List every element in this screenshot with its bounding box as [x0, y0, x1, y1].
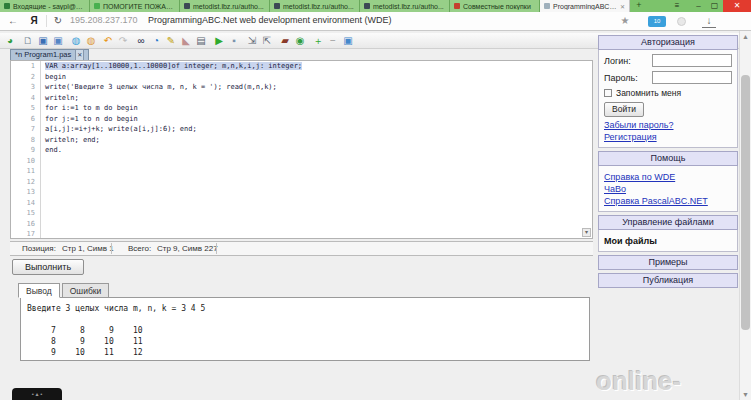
examples-section-header[interactable]: Примеры: [598, 255, 738, 270]
line-number: 10: [11, 156, 41, 167]
code-line-3[interactable]: 3write('Введите 3 целых числа m, n, k = …: [11, 82, 592, 93]
help-link-0[interactable]: Справка по WDE: [604, 172, 732, 182]
address-title[interactable]: ProgrammingABC.Net web development envir…: [148, 15, 392, 25]
font-decrease-icon[interactable]: ⇲: [245, 34, 259, 48]
location-dot-icon[interactable]: [677, 17, 686, 26]
code-line-7[interactable]: 7a[i,j]:=i+j+k; write(a[i,j]:6); end;: [11, 124, 592, 135]
new-file-icon[interactable]: 🗋: [21, 34, 35, 48]
editor-file-tab[interactable]: *n Program1.pas ✕: [10, 49, 89, 60]
remember-checkbox[interactable]: [604, 89, 612, 97]
run-icon[interactable]: ▶: [212, 34, 226, 48]
browser-tab-5[interactable]: Совместные покупки: [450, 0, 540, 12]
browser-tab-2[interactable]: metodist.lbz.ru/autho...: [180, 0, 270, 12]
help-section-header[interactable]: Помощь: [598, 151, 738, 166]
line-text: [41, 166, 45, 177]
replace-icon[interactable]: ◔: [149, 34, 163, 48]
register-link[interactable]: Регистрация: [604, 132, 732, 142]
code-line-4[interactable]: 4writeln;: [11, 93, 592, 104]
pascal-logo-icon[interactable]: ◕: [3, 34, 17, 48]
back-button[interactable]: ←: [4, 12, 22, 30]
maximize-button[interactable]: ▢: [707, 0, 722, 12]
tab-output[interactable]: Вывод: [18, 283, 60, 298]
code-line-17[interactable]: 17: [11, 229, 592, 239]
sidebar-item-my-files[interactable]: Мои файлы: [604, 234, 732, 248]
code-line-10[interactable]: 10: [11, 156, 592, 167]
save-icon[interactable]: ▣: [36, 34, 50, 48]
upload-cloud-icon[interactable]: ◍: [84, 34, 98, 48]
page-scrollbar[interactable]: ▲ ▼: [739, 31, 751, 400]
code-line-6[interactable]: 6for j:=1 to n do begin: [11, 114, 592, 125]
tab-label: ПОМОГИТЕ ПОЖАЛ...: [103, 3, 175, 10]
publish-section-header[interactable]: Публикация: [598, 273, 738, 288]
reload-icon[interactable]: ↻: [50, 12, 66, 30]
share-icon[interactable]: ▰: [278, 34, 292, 48]
code-line-12[interactable]: 12: [11, 177, 592, 188]
site-icon: [184, 3, 190, 9]
code-line-9[interactable]: 9end.: [11, 145, 592, 156]
format-icon[interactable]: ✎: [164, 34, 178, 48]
undo-icon[interactable]: ↶: [101, 34, 115, 48]
code-line-13[interactable]: 13: [11, 187, 592, 198]
login-button[interactable]: Войти: [604, 102, 644, 117]
stop-icon[interactable]: ▪: [227, 34, 241, 48]
divider: [216, 243, 217, 254]
search-icon[interactable]: ∞: [134, 34, 148, 48]
browser-tab-1[interactable]: ПОМОГИТЕ ПОЖАЛ...: [90, 0, 180, 12]
line-number: 8: [11, 135, 41, 146]
browser-menu-button[interactable]: ≡: [666, 0, 688, 12]
bookmark-star-icon[interactable]: ★: [618, 12, 632, 30]
code-editor[interactable]: ▾ 1VAR a:array[1..10000,1..10000]of inte…: [10, 60, 593, 239]
tab-errors[interactable]: Ошибки: [62, 283, 110, 298]
new-tab-button[interactable]: +: [630, 0, 648, 12]
web-icon[interactable]: ◉: [293, 34, 307, 48]
erase-icon[interactable]: ◣: [179, 34, 193, 48]
zoom-out-icon[interactable]: −: [326, 34, 340, 48]
code-line-8[interactable]: 8writeln; end;: [11, 135, 592, 146]
editor-scroll-down-icon[interactable]: ▾: [582, 228, 591, 237]
code-line-1[interactable]: 1VAR a:array[1..10000,1..10000]of intege…: [11, 61, 592, 72]
tab-close-icon[interactable]: ✕: [620, 3, 625, 10]
zoom-in-icon[interactable]: ＋: [311, 34, 325, 48]
line-text: [41, 198, 45, 209]
run-button[interactable]: Выполнить: [12, 259, 84, 275]
line-text: writeln; end;: [41, 135, 100, 146]
auth-section-header[interactable]: Авторизация: [598, 35, 738, 50]
help-link-2[interactable]: Справка PascalABC.NET: [604, 196, 732, 206]
line-number: 17: [11, 229, 41, 239]
code-line-5[interactable]: 5for i:=1 to m do begin: [11, 103, 592, 114]
editor-file-tab-label: *n Program1.pas: [15, 50, 71, 60]
font-increase-icon[interactable]: ⇱: [260, 34, 274, 48]
browser-tab-4[interactable]: metodist.lbz.ru/autho...: [360, 0, 450, 12]
browser-tab-0[interactable]: Входящие - saypl@m...: [0, 0, 90, 12]
redo-icon[interactable]: ↷: [116, 34, 130, 48]
scroll-up-icon[interactable]: ▲: [742, 33, 749, 40]
download-icon[interactable]: ↓: [702, 14, 716, 28]
output-console[interactable]: Введите 3 целых числа m, n, k = 3 4 5 7 …: [20, 297, 590, 361]
line-text: [41, 229, 45, 239]
save-all-icon[interactable]: ▣: [51, 34, 65, 48]
theme-icon[interactable]: ▣: [341, 34, 355, 48]
position-label: Позиция:: [22, 242, 56, 255]
close-button[interactable]: ✕: [723, 0, 751, 12]
load-cloud-icon[interactable]: ◍: [69, 34, 83, 48]
line-text: [41, 208, 45, 219]
password-input[interactable]: [652, 71, 732, 84]
login-input[interactable]: [652, 54, 732, 67]
tab-label: Входящие - saypl@m...: [13, 3, 85, 10]
code-line-15[interactable]: 15: [11, 208, 592, 219]
browser-tab-6[interactable]: ProgrammingABC.N...✕: [540, 0, 630, 12]
scrollbar-thumb[interactable]: [741, 75, 750, 330]
help-link-1[interactable]: ЧаВо: [604, 184, 732, 194]
browser-logo-icon[interactable]: Я: [26, 12, 42, 30]
code-line-11[interactable]: 11: [11, 166, 592, 177]
code-line-2[interactable]: 2begin: [11, 72, 592, 83]
forgot-password-link[interactable]: Забыли пароль?: [604, 120, 732, 130]
minimize-button[interactable]: –: [691, 0, 706, 12]
turbo-badge-icon[interactable]: 10: [648, 16, 666, 27]
address-host[interactable]: 195.208.237.170: [70, 15, 138, 25]
code-line-16[interactable]: 16: [11, 219, 592, 230]
files-section-header[interactable]: Управление файлами: [598, 215, 738, 230]
keyboard-icon[interactable]: ▤: [194, 34, 208, 48]
browser-tab-3[interactable]: metodist.lbz.ru/autho...: [270, 0, 360, 12]
code-line-14[interactable]: 14: [11, 198, 592, 209]
